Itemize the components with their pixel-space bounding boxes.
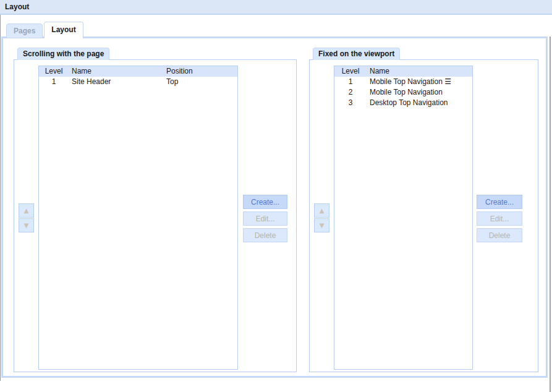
table-row[interactable]: 2 Mobile Top Navigation (334, 87, 472, 98)
row-name: Site Header (69, 77, 165, 87)
window-title: Layout (5, 2, 29, 11)
create-button[interactable]: Create... (477, 195, 522, 209)
group-label: Fixed on the viewport (313, 48, 400, 60)
delete-button[interactable]: Delete (243, 228, 287, 242)
column-header-name: Name (367, 66, 472, 77)
move-up-button[interactable]: ▲ (314, 203, 329, 218)
table-row[interactable]: 1 Mobile Top Navigation ☰ (334, 77, 472, 87)
row-level: 1 (39, 77, 69, 87)
column-header-level: Level (39, 66, 69, 77)
table-header-row: Level Name (334, 66, 472, 77)
row-name: Mobile Top Navigation (367, 87, 472, 98)
row-name: Mobile Top Navigation (370, 77, 443, 86)
tab-layout[interactable]: Layout (44, 22, 83, 38)
row-level: 2 (334, 87, 367, 98)
column-header-name: Name (69, 66, 165, 77)
window-title-bar: Layout (0, 0, 552, 15)
move-down-button[interactable]: ▼ (19, 218, 34, 232)
table-row[interactable]: 1 Site Header Top (39, 77, 237, 87)
edit-button[interactable]: Edit... (477, 211, 522, 226)
table-row[interactable]: 3 Desktop Top Navigation (334, 98, 472, 108)
layout-tab-panel: Scrolling with the page ▲ ▼ Level Name P… (1, 36, 548, 378)
group-fixed-on-viewport: Fixed on the viewport ▲ ▼ Level Name 1 M… (309, 48, 538, 372)
create-button[interactable]: Create... (243, 195, 287, 209)
row-level: 3 (334, 98, 367, 108)
fixed-items-table: Level Name 1 Mobile Top Navigation ☰ 2 M… (334, 66, 473, 370)
row-level: 1 (334, 77, 367, 87)
action-buttons: Create... Edit... Delete (477, 195, 522, 245)
window-left-edge (0, 15, 1, 381)
tab-pages[interactable]: Pages (6, 23, 43, 38)
group-scrolling-with-page: Scrolling with the page ▲ ▼ Level Name P… (14, 48, 297, 372)
group-label: Scrolling with the page (17, 48, 109, 60)
down-arrow-icon: ▼ (24, 222, 29, 229)
column-header-position: Position (165, 66, 237, 77)
table-header-row: Level Name Position (39, 66, 237, 77)
action-buttons: Create... Edit... Delete (243, 195, 287, 245)
edit-button[interactable]: Edit... (243, 211, 287, 226)
column-header-level: Level (334, 66, 367, 77)
row-name: Desktop Top Navigation (367, 98, 472, 108)
delete-button[interactable]: Delete (477, 228, 522, 242)
up-arrow-icon: ▲ (24, 207, 29, 214)
tab-strip: Pages Layout (6, 22, 85, 38)
row-position: Top (165, 77, 237, 87)
scrolling-items-table: Level Name Position 1 Site Header Top (38, 66, 238, 370)
hamburger-icon: ☰ (444, 77, 451, 86)
window-right-edge (550, 36, 551, 392)
up-arrow-icon: ▲ (320, 207, 325, 214)
move-up-button[interactable]: ▲ (19, 203, 34, 218)
move-down-button[interactable]: ▼ (314, 218, 329, 232)
down-arrow-icon: ▼ (320, 222, 325, 229)
